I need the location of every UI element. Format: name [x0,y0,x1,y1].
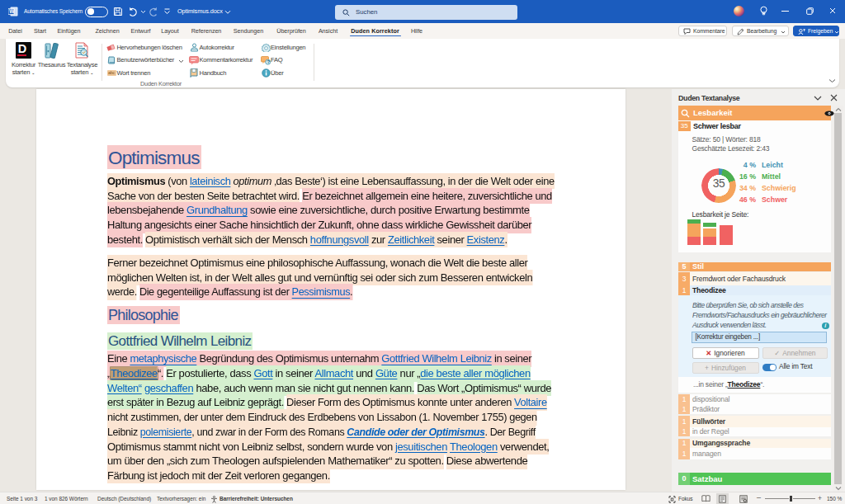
svg-text:W: W [9,8,15,14]
svg-text:?: ? [267,59,271,64]
